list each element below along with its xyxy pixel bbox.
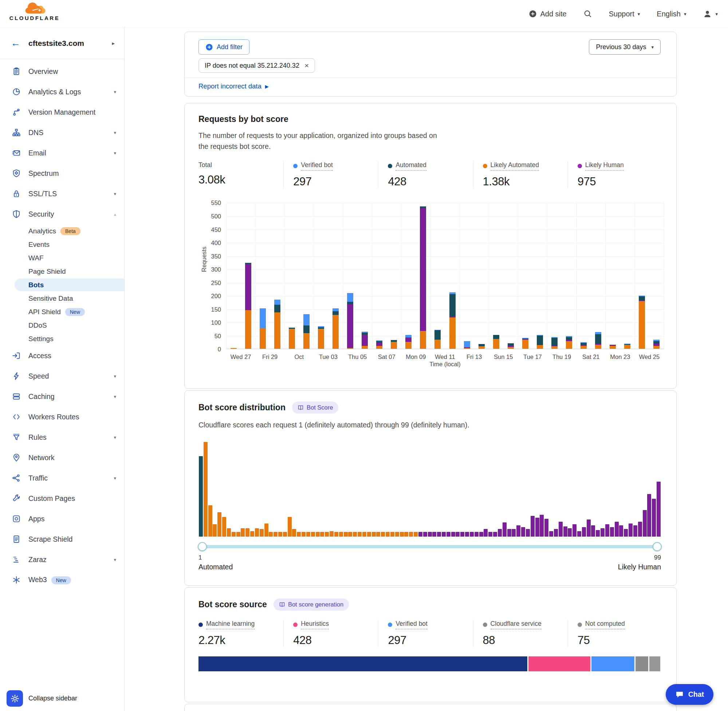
histogram-bar-score-34[interactable] — [353, 532, 357, 537]
histogram-bar-score-10[interactable] — [241, 528, 245, 537]
stacked-bar[interactable] — [551, 337, 558, 349]
stat-label[interactable]: Cloudflare service — [490, 620, 542, 630]
sidebar-item-custom-pages[interactable]: Custom Pages — [0, 488, 124, 509]
histogram-bar-score-64[interactable] — [493, 532, 497, 537]
stacked-bar[interactable] — [434, 330, 441, 349]
histogram-bar-score-91[interactable] — [619, 525, 623, 537]
sidebar-item-zaraz[interactable]: Zaraz▾ — [0, 549, 124, 570]
histogram-bar-score-55[interactable] — [451, 532, 455, 537]
slider-handle-max[interactable] — [653, 542, 662, 551]
collapse-sidebar[interactable]: Collapse sidebar — [7, 690, 77, 707]
histogram-bar-score-84[interactable] — [587, 519, 591, 537]
sidebar-subitem-settings[interactable]: Settings — [0, 332, 124, 345]
histogram-bar-score-65[interactable] — [498, 529, 502, 537]
stat-label[interactable]: Machine learning — [206, 620, 255, 630]
stacked-bar[interactable] — [639, 296, 645, 349]
histogram-bar-score-44[interactable] — [400, 532, 404, 537]
histogram-bar-score-63[interactable] — [488, 532, 492, 537]
histogram-bar-score-13[interactable] — [255, 528, 259, 537]
histogram-bar-score-17[interactable] — [273, 532, 278, 537]
histogram-bar-score-99[interactable] — [657, 482, 661, 537]
account-menu[interactable]: ▾ — [703, 9, 718, 19]
histogram-bar-score-72[interactable] — [531, 516, 535, 537]
stacked-bar[interactable] — [230, 348, 237, 349]
histogram-bar-score-76[interactable] — [549, 531, 553, 537]
histogram-bar-score-5[interactable] — [217, 512, 222, 537]
histogram-bar-score-69[interactable] — [517, 525, 520, 537]
histogram-bar-score-54[interactable] — [446, 532, 450, 537]
stacked-bar[interactable] — [610, 345, 616, 349]
histogram-bar-score-61[interactable] — [479, 532, 483, 537]
histogram-bar-score-75[interactable] — [545, 519, 548, 537]
sidebar-item-overview[interactable]: Overview — [0, 61, 124, 81]
histogram-bar-score-50[interactable] — [428, 532, 432, 537]
histogram-bar-score-2[interactable] — [204, 442, 208, 537]
sidebar-item-web3[interactable]: Web3New — [0, 570, 124, 590]
sidebar-item-workers-routes[interactable]: Workers Routes — [0, 407, 124, 427]
stacked-bar[interactable] — [449, 292, 456, 349]
histogram-bar-score-73[interactable] — [535, 518, 539, 537]
histogram-bar-score-71[interactable] — [526, 529, 530, 537]
histogram-bar-score-88[interactable] — [605, 524, 609, 537]
sidebar-item-version-management[interactable]: Version Management — [0, 102, 124, 122]
stacked-bar[interactable] — [274, 299, 281, 349]
stacked-bar[interactable] — [595, 332, 601, 349]
histogram-bar-score-43[interactable] — [395, 532, 399, 537]
histogram-bar-score-12[interactable] — [250, 531, 254, 537]
histogram-bar-score-14[interactable] — [260, 529, 264, 537]
sidebar-item-traffic[interactable]: Traffic▾ — [0, 468, 124, 488]
stacked-bar[interactable] — [478, 344, 485, 349]
report-incorrect-data-link[interactable]: Report incorrect data ▶ — [198, 82, 269, 90]
histogram-bar-score-18[interactable] — [278, 532, 282, 537]
histogram-bar-score-29[interactable] — [329, 531, 334, 537]
histogram-bar-score-9[interactable] — [236, 532, 240, 537]
histogram-bar-score-60[interactable] — [474, 532, 478, 537]
histogram-bar-score-57[interactable] — [460, 532, 464, 537]
stacked-bar[interactable] — [464, 341, 470, 349]
chevron-right-icon[interactable]: ▸ — [112, 40, 115, 47]
histogram-bar-score-53[interactable] — [442, 532, 446, 537]
bot-score-generation-doc-badge[interactable]: Bot score generation — [273, 599, 349, 611]
stacked-bar[interactable] — [493, 335, 499, 349]
stat-label[interactable]: Verified bot — [301, 161, 333, 171]
stacked-bar[interactable] — [653, 340, 660, 349]
stacked-bar[interactable] — [624, 344, 631, 349]
bot-score-doc-badge[interactable]: Bot Score — [292, 401, 338, 413]
date-range-select[interactable]: Previous 30 days ▾ — [589, 39, 661, 55]
histogram-bar-score-6[interactable] — [222, 517, 226, 537]
histogram-bar-score-94[interactable] — [633, 525, 637, 537]
sidebar-item-spectrum[interactable]: Spectrum — [0, 163, 124, 183]
histogram-bar-score-78[interactable] — [559, 522, 563, 537]
histogram-bar-score-22[interactable] — [297, 532, 301, 537]
stat-label[interactable]: Heuristics — [301, 620, 329, 630]
histogram-bar-score-81[interactable] — [573, 524, 576, 537]
source-segment-machine-learning[interactable] — [198, 656, 527, 671]
histogram-bar-score-16[interactable] — [269, 532, 273, 537]
histogram-bar-score-59[interactable] — [470, 532, 474, 537]
stacked-bar[interactable] — [522, 338, 529, 349]
stacked-bar[interactable] — [420, 207, 426, 349]
support-menu[interactable]: Support ▾ — [609, 10, 640, 18]
histogram-bar-score-46[interactable] — [409, 532, 413, 537]
sidebar-item-email[interactable]: Email▾ — [0, 143, 124, 163]
close-icon[interactable]: × — [304, 61, 309, 70]
sidebar-item-caching[interactable]: Caching▾ — [0, 386, 124, 407]
histogram-bar-score-82[interactable] — [577, 531, 581, 537]
sidebar-subitem-events[interactable]: Events — [0, 238, 124, 251]
histogram-bar-score-42[interactable] — [390, 532, 394, 537]
histogram-bar-score-51[interactable] — [432, 532, 436, 537]
stacked-bar[interactable] — [347, 293, 353, 349]
histogram-bar-score-87[interactable] — [601, 528, 604, 537]
histogram-bar-score-58[interactable] — [465, 532, 469, 537]
stat-label[interactable]: Likely Human — [585, 161, 624, 171]
histogram-bar-score-41[interactable] — [386, 532, 390, 537]
stacked-bar[interactable] — [289, 327, 295, 349]
sidebar-item-network[interactable]: Network — [0, 447, 124, 468]
stacked-bar[interactable] — [362, 332, 368, 349]
stacked-bar[interactable] — [245, 263, 251, 349]
histogram-bar-score-96[interactable] — [643, 510, 647, 537]
histogram-bar-score-79[interactable] — [563, 527, 567, 537]
stat-label[interactable]: Not computed — [585, 620, 625, 630]
histogram-bar-score-66[interactable] — [502, 522, 506, 537]
sidebar-item-access[interactable]: Access — [0, 345, 124, 366]
